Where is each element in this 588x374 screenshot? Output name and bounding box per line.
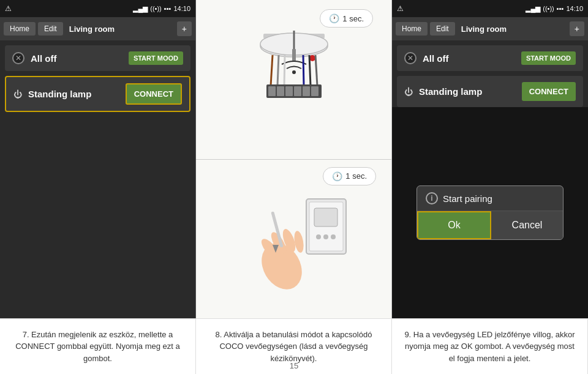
bottom-text-area: 7. Ezután megjelenik az eszköz, mellette… [0,318,588,374]
svg-rect-15 [277,86,284,96]
wall-switch-svg [233,187,355,291]
right-home-button[interactable]: Home [396,22,428,36]
right-start-mood-button[interactable]: START MOOD [521,51,576,65]
left-device-list: ✕ All off START MOOD ⏻ Standing lamp CON… [0,40,195,318]
left-edit-button[interactable]: Edit [38,22,63,36]
right-signal-icon: ▂▄▆ [526,5,540,13]
right-alert-icon: ⚠ [397,4,404,13]
ceiling-lamp-svg [227,31,361,129]
left-signal-icon: ▂▄▆ [133,5,148,13]
left-battery-icon: ▪▪▪ [164,5,172,12]
right-device-list: ✕ All off START MOOD ⏻ Standing lamp CON… [392,40,588,107]
dialog-buttons: Ok Cancel [417,211,563,239]
right-standing-lamp-row: ⏻ Standing lamp CONNECT [397,76,583,107]
power-icon: ⏻ [13,89,22,99]
dialog-cancel-button[interactable]: Cancel [491,211,563,239]
left-wifi-icon: ((•)) [150,5,162,12]
speech-bubble-top: 🕐 1 sec. [320,9,373,28]
right-standing-lamp-label: Standing lamp [419,86,482,97]
right-battery-icon: ▪▪▪ [557,5,564,12]
svg-rect-29 [314,208,337,226]
dialog-title-row: i Start pairing [417,186,563,211]
right-power-icon: ⏻ [404,87,413,97]
svg-rect-18 [303,86,310,96]
svg-point-31 [323,234,328,239]
right-wifi-icon: ((•)) [543,5,554,12]
svg-line-10 [303,55,304,86]
standing-lamp-row: ⏻ Standing lamp CONNECT [5,76,190,112]
left-nav-bar: Home Edit Living room + [0,17,195,40]
svg-line-9 [284,55,285,86]
right-nav-bar: Home Edit Living room + [392,17,588,40]
left-nav-title: Living room [66,24,175,34]
page-number: 15 [290,361,298,370]
pairing-dialog: i Start pairing Ok Cancel [417,185,564,240]
right-connect-button[interactable]: CONNECT [522,82,576,101]
svg-rect-17 [294,86,301,96]
right-edit-button[interactable]: Edit [430,22,455,36]
bottom-left-section: 7. Ezután megjelenik az eszköz, mellette… [0,319,196,374]
left-alert-icon: ⚠ [5,4,12,13]
bubble-bottom-text: 1 sec. [345,171,367,181]
svg-rect-19 [311,86,318,96]
svg-line-12 [315,55,317,86]
clock-icon-bottom: 🕐 [332,171,342,181]
dialog-overlay: i Start pairing Ok Cancel [392,107,588,318]
all-off-close-icon[interactable]: ✕ [12,52,24,64]
svg-line-8 [277,55,279,86]
right-all-off-close-icon[interactable]: ✕ [404,52,417,64]
svg-line-7 [271,55,273,86]
right-all-off-label: All off [423,53,449,64]
left-home-button[interactable]: Home [4,22,36,36]
bubble-top-text: 1 sec. [342,14,364,23]
standing-lamp-label: Standing lamp [28,89,91,99]
bottom-right-text: 9. Ha a vevőegység LED jelzőfénye villog… [402,329,578,365]
svg-rect-16 [285,86,293,96]
svg-point-5 [292,70,296,74]
all-off-row: ✕ All off START MOOD [5,45,190,71]
dialog-title: Start pairing [443,193,492,204]
bottom-middle-text: 8. Aktiválja a betanulási módot a kapcso… [206,329,382,365]
bottom-right-section: 9. Ha a vevőegység LED jelzőfénye villog… [392,319,588,374]
right-time: 14:10 [566,5,583,12]
info-icon: i [426,192,438,204]
left-status-bar: ⚠ ▂▄▆ ((•)) ▪▪▪ 14:10 [0,0,195,17]
all-off-label: All off [31,53,57,64]
illustration-bottom: 🕐 1 sec. [196,160,391,319]
right-status-bar: ⚠ ▂▄▆ ((•)) ▪▪▪ 14:10 [392,0,588,17]
right-plus-button[interactable]: + [570,21,584,36]
left-phone-panel: ⚠ ▂▄▆ ((•)) ▪▪▪ 14:10 Home Edit Living r… [0,0,196,318]
svg-point-32 [331,234,336,239]
svg-rect-4 [292,49,296,61]
right-phone-panel: ⚠ ▂▄▆ ((•)) ▪▪▪ 14:10 Home Edit Living r… [392,0,588,318]
right-all-off-row: ✕ All off START MOOD [397,45,583,71]
left-plus-button[interactable]: + [177,21,192,36]
left-time: 14:10 [173,5,190,12]
connect-button[interactable]: CONNECT [126,83,182,105]
right-nav-title: Living room [458,24,567,34]
clock-icon-top: 🕐 [329,13,339,23]
illustration-top: 🕐 1 sec. [196,0,391,160]
start-mood-button[interactable]: START MOOD [129,51,183,65]
speech-bubble-bottom: 🕐 1 sec. [323,167,376,185]
illustration-panel: 🕐 1 sec. [196,0,392,318]
dialog-ok-button[interactable]: Ok [417,211,491,239]
svg-point-30 [316,234,321,239]
svg-rect-14 [268,86,276,96]
bottom-left-text: 7. Ezután megjelenik az eszköz, mellette… [10,329,186,365]
svg-line-11 [309,55,311,86]
